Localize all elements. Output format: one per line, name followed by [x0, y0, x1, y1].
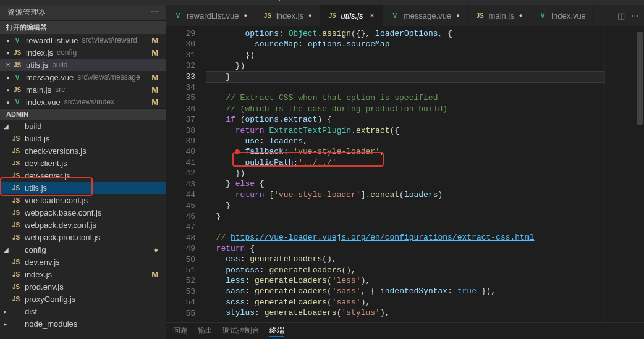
- file-path: src\views\index: [64, 98, 114, 106]
- file-item[interactable]: JScheck-versions.js: [0, 144, 166, 157]
- modified-dot-icon: ●: [308, 12, 311, 19]
- open-editor-item[interactable]: Vindex.vuesrc\views\indexM: [0, 96, 166, 108]
- editor-tab[interactable]: JSmain.js●: [468, 5, 531, 26]
- code-line[interactable]: use: loaders,: [206, 136, 604, 146]
- open-editor-item[interactable]: VrewardList.vuesrc\views\rewardM: [0, 34, 166, 46]
- editor-more-icon[interactable]: ⋯: [631, 11, 639, 20]
- file-path: src\views\reward: [82, 36, 137, 44]
- file-item[interactable]: JSdev.env.js: [0, 256, 166, 268]
- file-item[interactable]: JSdev-server.js: [0, 169, 166, 182]
- folder-item[interactable]: ▸dist: [0, 305, 166, 317]
- git-status-badge: ●: [153, 245, 158, 254]
- chevron-icon: ▸: [4, 308, 11, 315]
- file-item[interactable]: JSdev-client.js: [0, 157, 166, 169]
- panel-tab[interactable]: 终端: [269, 325, 284, 337]
- vue-file-icon: V: [12, 72, 22, 82]
- panel-tab[interactable]: 问题: [173, 325, 188, 337]
- tree-item-label: build: [25, 122, 41, 131]
- chevron-icon: ▸: [4, 320, 11, 327]
- js-file-icon: JS: [11, 195, 21, 205]
- modified-dot-icon: ●: [519, 12, 522, 19]
- split-editor-icon[interactable]: ◫: [617, 11, 625, 20]
- code-line[interactable]: css: generateLoaders(),: [206, 254, 604, 264]
- explorer-more-icon[interactable]: ⋯: [151, 7, 159, 16]
- code-line[interactable]: }: [206, 211, 604, 222]
- code-content[interactable]: options: Object.assign({}, loaderOptions…: [204, 26, 604, 322]
- git-status-badge: M: [151, 85, 158, 94]
- file-item[interactable]: JSutils.js: [0, 182, 166, 194]
- folder-icon: [11, 306, 21, 316]
- editor-tab[interactable]: Vindex.vue: [530, 5, 594, 26]
- editor-tab[interactable]: JSutils.js×: [320, 5, 383, 26]
- vue-file-icon: V: [390, 10, 400, 20]
- chevron-icon: ◢: [4, 246, 11, 253]
- folder-item[interactable]: ◢config●: [0, 243, 166, 256]
- open-editor-item[interactable]: JSmain.jssrcM: [0, 83, 166, 96]
- minimap[interactable]: [604, 26, 635, 322]
- open-editors-header[interactable]: 打开的编辑器: [0, 20, 166, 34]
- code-line[interactable]: publicPath:'../../': [206, 157, 604, 168]
- panel-tab[interactable]: 输出: [198, 325, 213, 337]
- breakpoint-dot-icon: [235, 149, 240, 154]
- js-file-icon: JS: [328, 10, 337, 20]
- folder-icon: [11, 245, 21, 254]
- project-root-header[interactable]: ADMIN: [0, 108, 166, 120]
- code-line[interactable]: fallback: 'vue-style-loader',: [206, 146, 604, 157]
- code-line[interactable]: // https://vue-loader.vuejs.org/en/confi…: [206, 232, 604, 243]
- open-editors-list: VrewardList.vuesrc\views\rewardMJSindex.…: [0, 34, 166, 108]
- code-line[interactable]: stylus: generateLoaders('stylus'),: [206, 308, 604, 318]
- code-line[interactable]: }: [206, 200, 604, 211]
- code-line[interactable]: postcss: generateLoaders(),: [206, 265, 604, 275]
- folder-icon: [11, 319, 21, 329]
- code-line[interactable]: if (options.extract) {: [206, 114, 604, 125]
- code-line[interactable]: // Extract CSS when that option is speci…: [206, 93, 604, 103]
- code-editor[interactable]: 2930313233343536373839404142434445464748…: [166, 26, 644, 322]
- close-tab-icon[interactable]: ×: [370, 10, 375, 20]
- file-item[interactable]: JSwebpack.base.conf.js: [0, 206, 166, 219]
- code-line[interactable]: }): [206, 50, 604, 61]
- code-line[interactable]: }): [206, 61, 604, 71]
- file-item[interactable]: JSprod.env.js: [0, 280, 166, 293]
- code-line[interactable]: }: [206, 72, 604, 82]
- code-line[interactable]: options: Object.assign({}, loaderOptions…: [206, 28, 604, 39]
- open-editor-item[interactable]: JSindex.jsconfigM: [0, 46, 166, 59]
- tree-item-label: dev.env.js: [25, 257, 60, 267]
- vertical-scrollbar[interactable]: [635, 26, 644, 322]
- code-line[interactable]: } else {: [206, 178, 604, 189]
- vue-file-icon: V: [173, 10, 183, 20]
- code-line[interactable]: sass: generateLoaders('sass', { indented…: [206, 286, 604, 296]
- file-item[interactable]: JSvue-loader.conf.js: [0, 194, 166, 206]
- code-line[interactable]: [206, 82, 604, 93]
- file-item[interactable]: JSindex.jsM: [0, 268, 166, 280]
- file-item[interactable]: JSproxyConfig.js: [0, 293, 166, 305]
- code-line[interactable]: // (which is the case during production …: [206, 104, 604, 114]
- tree-item-label: dev-server.js: [25, 171, 70, 180]
- menu-bar: utils.js - admin - Visual Studio Code: [0, 0, 644, 5]
- explorer-sidebar: 资源管理器 ⋯ 打开的编辑器 VrewardList.vuesrc\views\…: [0, 5, 166, 339]
- code-line[interactable]: sourceMap: options.sourceMap: [206, 39, 604, 49]
- tree-item-label: vue-loader.conf.js: [25, 196, 88, 205]
- file-item[interactable]: JSwebpack.prod.conf.js: [0, 231, 166, 243]
- open-editor-item[interactable]: ×JSutils.jsbuild: [0, 59, 166, 71]
- code-line[interactable]: return {: [206, 243, 604, 254]
- code-line[interactable]: return ExtractTextPlugin.extract({: [206, 125, 604, 136]
- code-line[interactable]: return ['vue-style-loader'].concat(loade…: [206, 190, 604, 200]
- modified-dot-icon: [4, 98, 12, 106]
- file-item[interactable]: JSwebpack.dev.conf.js: [0, 219, 166, 231]
- close-icon[interactable]: ×: [4, 61, 12, 69]
- panel-tab[interactable]: 调试控制台: [222, 325, 260, 337]
- code-line[interactable]: }): [206, 168, 604, 178]
- code-line[interactable]: scss: generateLoaders('sass'),: [206, 297, 604, 308]
- editor-tab[interactable]: JSindex.js●: [255, 5, 320, 26]
- code-line[interactable]: [206, 222, 604, 232]
- editor-tab[interactable]: VrewardList.vue●: [166, 5, 255, 26]
- code-line[interactable]: less: generateLoaders('less'),: [206, 275, 604, 286]
- folder-item[interactable]: ▸node_modules: [0, 317, 166, 330]
- file-tree: ◢buildJSbuild.jsJScheck-versions.jsJSdev…: [0, 120, 166, 330]
- folder-item[interactable]: ◢build: [0, 120, 166, 132]
- file-name: main.js: [26, 85, 51, 94]
- tab-label: rewardList.vue: [187, 11, 239, 20]
- editor-tab[interactable]: Vmessage.vue●: [383, 5, 468, 26]
- file-item[interactable]: JSbuild.js: [0, 132, 166, 144]
- open-editor-item[interactable]: Vmessage.vuesrc\views\messageM: [0, 71, 166, 83]
